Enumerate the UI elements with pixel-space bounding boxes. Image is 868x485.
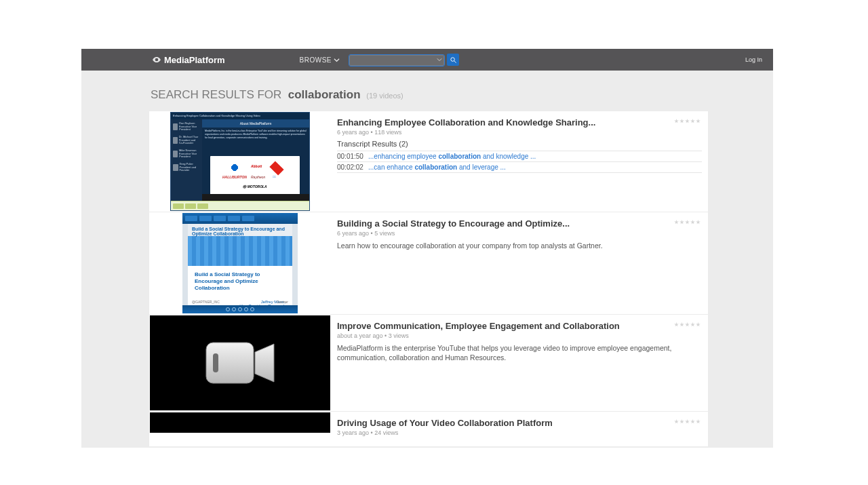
thumb1-header: About MediaPlatform (202, 119, 309, 128)
rating-stars[interactable] (674, 220, 701, 225)
search-input[interactable] (349, 55, 444, 66)
thumbnail[interactable] (150, 412, 330, 446)
search-icon (450, 56, 457, 64)
results-count: (19 videos) (366, 92, 403, 100)
result-row[interactable]: Driving Usage of Your Video Collaboratio… (149, 412, 708, 447)
transcript-text: ...can enhance collaboration and leverag… (368, 163, 506, 171)
svg-point-0 (450, 57, 454, 61)
brand-text: MediaPlatform (164, 55, 225, 65)
transcript-row[interactable]: 00:02:02 ...can enhance collaboration an… (337, 161, 702, 173)
result-sub: about a year ago • 3 views (337, 332, 702, 339)
search-button[interactable] (447, 54, 459, 66)
search-group (349, 54, 459, 66)
chevron-down-icon (334, 57, 340, 63)
results-heading: SEARCH RESULTS FOR collaboration (19 vid… (151, 88, 708, 102)
result-row[interactable]: Enhancing Employee Collaboration and Kno… (149, 111, 708, 212)
thumbnail[interactable] (150, 315, 330, 410)
transcript-time: 00:02:02 (337, 163, 368, 171)
thumb2-handle: @GARTNER_INC (192, 300, 220, 304)
result-row[interactable]: Improve Communication, Employee Engageme… (149, 315, 708, 412)
brand-logo[interactable]: MediaPlatform (152, 55, 225, 65)
header-bar: MediaPlatform BROWSE Log In (81, 49, 773, 71)
result-title[interactable]: Improve Communication, Employee Engageme… (337, 321, 702, 331)
logo-card: Abbott HALLIBURTON Raytheon □□ Ⓜ MOTOROL… (210, 156, 300, 198)
transcript-time: 00:01:50 (337, 153, 368, 160)
result-desc: Learn how to encourage collaboration at … (337, 241, 702, 250)
result-sub: 6 years ago • 118 views (337, 129, 702, 136)
result-title[interactable]: Enhancing Employee Collaboration and Kno… (337, 117, 702, 128)
browse-menu[interactable]: BROWSE (300, 56, 340, 64)
rating-stars[interactable] (674, 322, 701, 327)
result-sub: 6 years ago • 5 views (337, 230, 702, 237)
results-term: collaboration (288, 88, 361, 101)
transcript-table: 00:01:50 ...enhancing employee collabora… (337, 151, 702, 173)
rating-stars[interactable] (674, 419, 701, 424)
content-area: SEARCH RESULTS FOR collaboration (19 vid… (81, 71, 773, 447)
app-frame: MediaPlatform BROWSE Log In SEARCH RESUL… (81, 49, 773, 448)
results-list: Enhancing Employee Collaboration and Kno… (149, 111, 708, 447)
transcript-text: ...enhancing employee collaboration and … (368, 153, 536, 160)
browse-label: BROWSE (300, 56, 332, 64)
thumbnail[interactable]: Build a Social Strategy to Encourage and… (150, 213, 330, 313)
svg-rect-3 (213, 353, 218, 372)
result-desc: MediaPlatform is the enterprise YouTube … (337, 343, 702, 362)
result-title[interactable]: Building a Social Strategy to Encourage … (337, 218, 702, 229)
result-sub: 3 years ago • 24 views (337, 429, 702, 436)
results-prefix: SEARCH RESULTS FOR (151, 88, 281, 101)
thumbnail[interactable]: Enhancing Employee Collaboration and Kno… (150, 112, 330, 211)
thumb2-headline: Build a Social Strategy to Encourage and… (195, 271, 285, 292)
transcript-header: Transcript Results (2) (337, 140, 702, 148)
result-row[interactable]: Build a Social Strategy to Encourage and… (149, 212, 708, 315)
video-placeholder-icon (199, 337, 281, 389)
rating-stars[interactable] (674, 119, 701, 123)
thumb2-corp: Gartner (277, 300, 288, 304)
eye-icon (152, 55, 161, 64)
thumb1-blurb: MediaPlatform, Inc. is the best-in-class… (202, 128, 309, 142)
transcript-row[interactable]: 00:01:50 ...enhancing employee collabora… (337, 151, 702, 161)
login-link[interactable]: Log In (745, 56, 762, 63)
result-title[interactable]: Driving Usage of Your Video Collaboratio… (337, 418, 702, 428)
svg-line-1 (454, 60, 456, 62)
